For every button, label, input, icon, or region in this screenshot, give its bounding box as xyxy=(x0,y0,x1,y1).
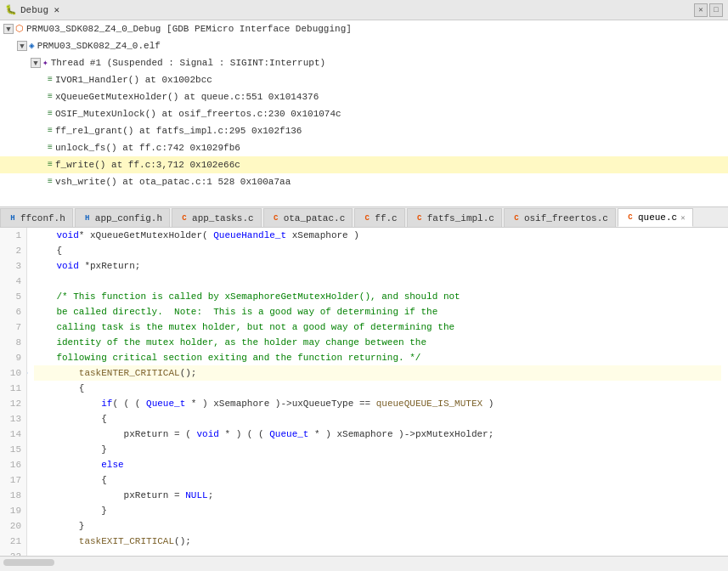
title-text: Debug ✕ xyxy=(20,4,59,15)
tab-bar: H ffconf.h H app_config.h C app_tasks.c … xyxy=(0,207,728,228)
frame-label-6: vsh_write() at ota_patac.c:1 528 0x100a7… xyxy=(55,174,291,189)
tab-queue-c[interactable]: C queue.c ✕ xyxy=(618,208,693,227)
tab-label-6: fatfs_impl.c xyxy=(427,213,494,223)
frame-icon-1: ≡ xyxy=(48,89,53,105)
code-line-6: be called directly. Note: This is a good… xyxy=(34,304,721,319)
horizontal-scrollbar[interactable] xyxy=(0,556,728,568)
frame-3[interactable]: ≡ ff_rel_grant() at fatfs_impl.c:295 0x1… xyxy=(0,122,728,139)
tab-ffconf-h[interactable]: H ffconf.h xyxy=(0,208,73,227)
frame-4[interactable]: ≡ unlock_fs() at ff.c:742 0x1029fb6 xyxy=(0,139,728,156)
code-content: void* xQueueGetMutexHolder( QueueHandle_… xyxy=(27,228,728,556)
c-file-icon-4: C xyxy=(415,213,425,223)
code-line-1: void* xQueueGetMutexHolder( QueueHandle_… xyxy=(34,228,721,243)
line-numbers: 1234567891011121314151617181920212223242… xyxy=(0,228,27,556)
tab-app-tasks-c[interactable]: C app_tasks.c xyxy=(172,208,262,227)
frame-label-1: xQueueGetMutexHolder() at queue.c:551 0x… xyxy=(55,89,319,105)
frame-label-5: f_write() at ff.c:3,712 0x102e66c xyxy=(55,157,240,172)
process-label: PRMU03_SDK082_Z4_0.elf xyxy=(37,38,161,54)
code-line-10: ⇒ taskENTER_CRITICAL(); xyxy=(34,365,721,381)
code-line-16: else xyxy=(34,457,721,472)
frame-label-0: IVOR1_Handler() at 0x1002bcc xyxy=(55,72,212,88)
frame-icon-0: ≡ xyxy=(48,72,53,88)
code-line-11: { xyxy=(34,381,721,396)
maximize-button[interactable]: □ xyxy=(709,3,723,17)
frame-label-2: OSIF_MutexUnlock() at osif_freertos.c:23… xyxy=(55,106,341,122)
minimize-button[interactable]: ✕ xyxy=(694,3,708,17)
code-line-7: calling task is the mutex holder, but no… xyxy=(34,319,721,335)
title-bar: 🐛 Debug ✕ ✕ □ xyxy=(0,0,728,20)
frame-5[interactable]: ≡ f_write() at ff.c:3,712 0x102e66c xyxy=(0,156,728,173)
code-line-17: { xyxy=(34,472,721,488)
title-controls: ✕ □ xyxy=(694,3,723,17)
thread-icon: ✦ xyxy=(42,55,48,71)
frame-label-3: ff_rel_grant() at fatfs_impl.c:295 0x102… xyxy=(55,123,302,139)
collapse-process[interactable]: ▼ xyxy=(17,41,27,51)
c-file-icon-6: C xyxy=(625,212,635,223)
debug-icon: 🐛 xyxy=(5,4,17,15)
thread-label: Thread #1 (Suspended : Signal : SIGINT:I… xyxy=(51,55,325,71)
code-line-21: taskEXIT_CRITICAL(); xyxy=(34,534,721,549)
code-area[interactable]: 1234567891011121314151617181920212223242… xyxy=(0,228,728,556)
process-icon: ◈ xyxy=(29,38,35,54)
frame-icon-3: ≡ xyxy=(48,123,53,139)
tab-label-5: ff.c xyxy=(375,213,397,223)
frame-icon-4: ≡ xyxy=(48,140,53,155)
session-icon: ⬡ xyxy=(15,21,24,37)
code-scroll-area[interactable]: void* xQueueGetMutexHolder( QueueHandle_… xyxy=(27,228,728,556)
frame-6[interactable]: ≡ vsh_write() at ota_patac.c:1 528 0x100… xyxy=(0,173,728,190)
frame-0[interactable]: ≡ IVOR1_Handler() at 0x1002bcc xyxy=(0,71,728,88)
debug-session[interactable]: ▼ ⬡ PRMU03_SDK082_Z4_0_Debug [GDB PEMicr… xyxy=(0,20,728,37)
tab-label-4: ota_patac.c xyxy=(284,213,346,223)
code-line-8: identity of the mutex holder, as the hol… xyxy=(34,335,721,350)
tab-app-config-h[interactable]: H app_config.h xyxy=(75,208,170,227)
code-line-20: } xyxy=(34,518,721,534)
code-editor: 1234567891011121314151617181920212223242… xyxy=(0,228,728,556)
code-line-4 xyxy=(34,274,721,289)
tab-ff-c[interactable]: C ff.c xyxy=(354,208,404,227)
tab-label-7: osif_freertos.c xyxy=(524,213,608,223)
h-file-icon: H xyxy=(8,213,18,223)
tab-ota-patac-c[interactable]: C ota_patac.c xyxy=(263,208,353,227)
tab-label: ffconf.h xyxy=(20,213,65,223)
code-line-22 xyxy=(34,549,721,556)
code-line-18: pxReturn = NULL; xyxy=(34,488,721,503)
frame-label-4: unlock_fs() at ff.c:742 0x1029fb6 xyxy=(55,140,240,155)
tab-label-2: app_config.h xyxy=(95,213,162,223)
frame-2[interactable]: ≡ OSIF_MutexUnlock() at osif_freertos.c:… xyxy=(0,105,728,122)
code-line-12: if( ( ( Queue_t * ) xSemaphore )->uxQueu… xyxy=(34,396,721,411)
tab-close-button[interactable]: ✕ xyxy=(680,213,685,223)
c-file-icon-1: C xyxy=(179,213,189,223)
c-file-icon-5: C xyxy=(511,213,522,223)
tab-label-8: queue.c xyxy=(638,212,677,223)
code-line-9: following critical section exiting and t… xyxy=(34,350,721,365)
scrollbar-thumb[interactable] xyxy=(3,559,54,566)
h-file-icon-2: H xyxy=(82,213,93,223)
code-line-5: /* This function is called by xSemaphore… xyxy=(34,289,721,304)
code-line-2: { xyxy=(34,243,721,258)
frame-1[interactable]: ≡ xQueueGetMutexHolder() at queue.c:551 … xyxy=(0,88,728,105)
frame-icon-2: ≡ xyxy=(48,106,53,122)
tab-label-3: app_tasks.c xyxy=(192,213,254,223)
frame-icon-6: ≡ xyxy=(48,174,53,189)
c-file-icon-2: C xyxy=(271,213,281,223)
frame-icon-5: ≡ xyxy=(48,157,53,172)
tab-osif-freertos-c[interactable]: C osif_freertos.c xyxy=(504,208,616,227)
session-label: PRMU03_SDK082_Z4_0_Debug [GDB PEMicro In… xyxy=(26,21,352,37)
code-line-19: } xyxy=(34,503,721,518)
tab-fatfs-impl-c[interactable]: C fatfs_impl.c xyxy=(407,208,502,227)
collapse-thread[interactable]: ▼ xyxy=(31,58,41,68)
code-line-3: void *pxReturn; xyxy=(34,258,721,274)
debug-thread[interactable]: ▼ ✦ Thread #1 (Suspended : Signal : SIGI… xyxy=(0,54,728,71)
c-file-icon-3: C xyxy=(362,213,372,223)
collapse-session[interactable]: ▼ xyxy=(3,24,14,34)
debug-panel: ▼ ⬡ PRMU03_SDK082_Z4_0_Debug [GDB PEMicr… xyxy=(0,20,728,207)
code-line-15: } xyxy=(34,442,721,457)
code-line-13: { xyxy=(34,411,721,427)
code-line-14: pxReturn = ( void * ) ( ( Queue_t * ) xS… xyxy=(34,427,721,442)
debug-process[interactable]: ▼ ◈ PRMU03_SDK082_Z4_0.elf xyxy=(0,37,728,54)
